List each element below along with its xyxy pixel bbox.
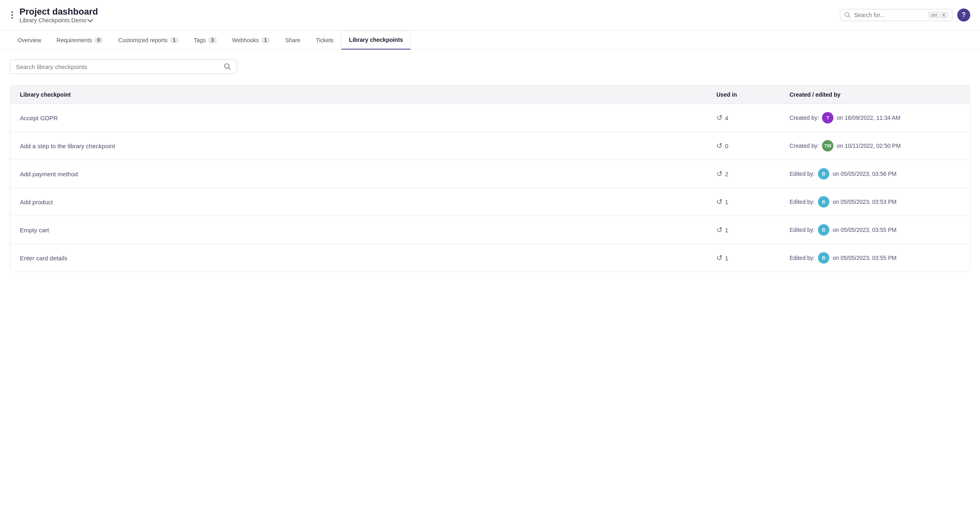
col-header-name: Library checkpoint — [20, 91, 716, 98]
main-content: Library checkpoint Used in Created / edi… — [0, 50, 980, 282]
tab-overview[interactable]: Overview — [10, 31, 49, 49]
date-label: on 10/11/2022, 02:50 PM — [837, 143, 900, 149]
table-row[interactable]: Enter card details ↺ 1 Edited by: B on 0… — [10, 244, 970, 272]
tab-library-checkpoints[interactable]: Library checkpoints — [341, 30, 411, 50]
action-label: Edited by: — [790, 171, 815, 177]
table-row[interactable]: Empty cart ↺ 1 Edited by: B on 05/05/202… — [10, 216, 970, 244]
global-search[interactable]: ctrl K — [840, 9, 952, 21]
used-in-cell: ↺ 1 — [716, 197, 790, 206]
used-in-cell: ↺ 4 — [716, 113, 790, 122]
search-icon — [224, 63, 231, 70]
step-icon: ↺ — [716, 253, 723, 262]
used-in-count: 4 — [725, 115, 728, 121]
date-label: on 05/05/2023, 03:53 PM — [833, 199, 896, 205]
action-label: Created by: — [790, 115, 819, 121]
table-body: Accept GDPR ↺ 4 Created by: T on 16/09/2… — [10, 104, 970, 272]
header: Project dashboard Library Checkpoints De… — [0, 0, 980, 30]
step-icon: ↺ — [716, 169, 723, 178]
used-in-cell: ↺ 0 — [716, 141, 790, 150]
chevron-down-icon — [87, 17, 93, 22]
header-left: Project dashboard Library Checkpoints De… — [10, 6, 98, 24]
tab-tickets[interactable]: Tickets — [308, 31, 342, 49]
action-label: Created by: — [790, 143, 819, 149]
header-right: ctrl K ? — [840, 9, 970, 22]
created-edited-cell: Edited by: B on 05/05/2023, 03:56 PM — [790, 168, 960, 180]
checkpoint-name: Enter card details — [20, 255, 716, 262]
global-search-input[interactable] — [854, 12, 925, 18]
checkpoint-name: Add a step to the library checkpoint — [20, 143, 716, 149]
table-row[interactable]: Accept GDPR ↺ 4 Created by: T on 16/09/2… — [10, 104, 970, 132]
avatar: B — [818, 168, 829, 180]
used-in-cell: ↺ 1 — [716, 253, 790, 262]
checkpoint-name: Add payment method — [20, 171, 716, 177]
library-checkpoints-table: Library checkpoint Used in Created / edi… — [10, 85, 970, 272]
used-in-cell: ↺ 2 — [716, 169, 790, 178]
used-in-count: 1 — [725, 255, 728, 262]
checkpoint-name: Accept GDPR — [20, 115, 716, 121]
svg-line-3 — [229, 68, 231, 70]
table-row[interactable]: Add payment method ↺ 2 Edited by: B on 0… — [10, 160, 970, 188]
tab-share[interactable]: Share — [277, 31, 308, 49]
page-title: Project dashboard — [19, 6, 98, 17]
avatar: T — [822, 112, 833, 123]
table-row[interactable]: Add product ↺ 1 Edited by: B on 05/05/20… — [10, 188, 970, 216]
library-search[interactable] — [10, 59, 237, 74]
used-in-count: 1 — [725, 199, 728, 206]
step-icon: ↺ — [716, 141, 723, 150]
created-edited-cell: Edited by: B on 05/05/2023, 03:55 PM — [790, 252, 960, 264]
menu-dots-icon[interactable] — [10, 10, 15, 20]
used-in-count: 2 — [725, 171, 728, 177]
step-icon: ↺ — [716, 197, 723, 206]
col-header-used-in: Used in — [716, 91, 790, 98]
tab-customized-reports[interactable]: Customized reports 1 — [110, 31, 186, 49]
tab-requirements[interactable]: Requirements 0 — [49, 31, 110, 49]
checkpoint-name: Add product — [20, 199, 716, 206]
tab-tags[interactable]: Tags 3 — [186, 31, 224, 49]
step-icon: ↺ — [716, 113, 723, 122]
avatar: B — [818, 196, 829, 208]
checkpoint-name: Empty cart — [20, 227, 716, 234]
project-name[interactable]: Library Checkpoints Demo — [19, 17, 98, 24]
svg-line-1 — [848, 16, 850, 18]
created-edited-cell: Created by: TW on 10/11/2022, 02:50 PM — [790, 140, 960, 151]
tabs-bar: Overview Requirements 0 Customized repor… — [0, 30, 980, 50]
avatar: TW — [822, 140, 833, 151]
search-icon — [844, 12, 851, 18]
created-edited-cell: Created by: T on 16/09/2022, 11:34 AM — [790, 112, 960, 123]
keyboard-hint: ctrl K — [928, 12, 948, 18]
action-label: Edited by: — [790, 255, 815, 261]
created-edited-cell: Edited by: B on 05/05/2023, 03:55 PM — [790, 224, 960, 236]
help-button[interactable]: ? — [957, 9, 970, 22]
avatar: B — [818, 224, 829, 236]
avatar: B — [818, 252, 829, 264]
tab-webhooks[interactable]: Webhooks 1 — [225, 31, 278, 49]
col-header-created: Created / edited by — [790, 91, 960, 98]
action-label: Edited by: — [790, 199, 815, 205]
date-label: on 05/05/2023, 03:55 PM — [833, 227, 896, 233]
created-edited-cell: Edited by: B on 05/05/2023, 03:53 PM — [790, 196, 960, 208]
date-label: on 05/05/2023, 03:56 PM — [833, 171, 896, 177]
library-search-input[interactable] — [16, 63, 220, 70]
action-label: Edited by: — [790, 227, 815, 233]
date-label: on 05/05/2023, 03:55 PM — [833, 255, 896, 261]
table-row[interactable]: Add a step to the library checkpoint ↺ 0… — [10, 132, 970, 160]
used-in-cell: ↺ 1 — [716, 225, 790, 234]
date-label: on 16/09/2022, 11:34 AM — [837, 115, 900, 121]
step-icon: ↺ — [716, 225, 723, 234]
used-in-count: 1 — [725, 227, 728, 234]
table-header: Library checkpoint Used in Created / edi… — [10, 86, 970, 104]
title-group: Project dashboard Library Checkpoints De… — [19, 6, 98, 24]
used-in-count: 0 — [725, 143, 728, 149]
